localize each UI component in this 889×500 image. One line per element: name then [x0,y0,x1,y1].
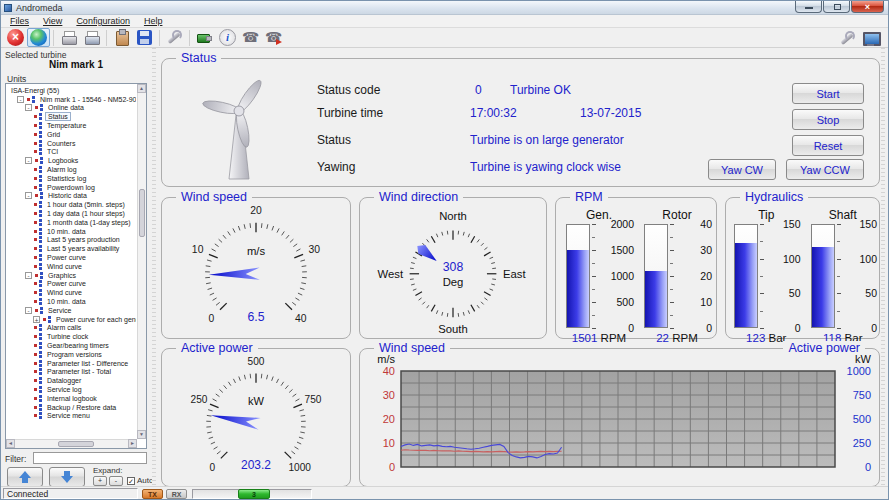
scroll-right-icon[interactable]: ► [128,439,137,448]
tree-item[interactable]: -Historic data [7,192,136,201]
navigate-down-button[interactable] [49,467,85,487]
phone-button[interactable] [239,28,262,47]
wind-speed-panel: Wind speed 010203040m/s6.5 [161,197,351,339]
tree-item[interactable]: Power curve [7,253,136,262]
remote-desktop-button[interactable] [859,29,882,48]
tx-indicator: TX [142,489,163,499]
tree-item[interactable]: Service menu [7,411,136,420]
tree-item[interactable]: Counters [7,139,136,148]
menu-configuration[interactable]: Configuration [69,16,137,26]
tree-item[interactable]: -Online data [7,104,136,113]
tree-item[interactable]: -Service [7,306,136,315]
tree-item[interactable]: 10 min. data [7,297,136,306]
tree-item[interactable]: 1 hour data (5min. steps) [7,200,136,209]
info-button[interactable] [216,28,239,47]
tree-item[interactable]: Parameter list - Difference [7,359,136,368]
collapse-icon[interactable]: - [25,272,32,279]
collapse-icon[interactable]: - [25,307,32,314]
save-button[interactable] [133,28,156,47]
collapse-icon[interactable]: - [25,104,32,111]
svg-text:6.5: 6.5 [247,310,264,324]
menu-files[interactable]: Files [3,16,36,26]
node-icon [34,397,37,400]
start-button[interactable]: Start [792,83,864,104]
tree-item[interactable]: Last 5 years production [7,236,136,245]
tree-vertical-scrollbar[interactable]: ▲ ▼ [137,84,146,439]
tree-item[interactable]: Gear/bearing timers [7,341,136,350]
tree-item[interactable]: Last 5 years availability [7,244,136,253]
tree-item[interactable]: Internal logbook [7,394,136,403]
scroll-up-icon[interactable]: ▲ [137,84,146,93]
yaw-ccw-button[interactable]: Yaw CCW [786,159,864,180]
navigate-up-button[interactable] [7,467,43,487]
minimize-icon [805,7,813,9]
yaw-cw-button[interactable]: Yaw CW [708,159,776,180]
print-preview-button[interactable] [80,28,103,47]
collapse-icon[interactable]: - [17,96,24,103]
minor-tick-mark [592,237,595,238]
tree-item[interactable]: Parameter list - Total [7,368,136,377]
tree-item[interactable]: Wind curve [7,288,136,297]
auto-expand-checkbox[interactable]: ✓ Auto [127,476,153,485]
minimize-button[interactable] [795,1,822,13]
tree-item[interactable]: Statistics log [7,174,136,183]
scroll-left-icon[interactable]: ◄ [6,439,15,448]
wrench-button[interactable] [836,29,859,48]
wind-speed-gauge: 010203040m/s6.5 [164,204,348,336]
close-button[interactable]: × [851,1,884,13]
tree-item[interactable]: Backup / Restore data [7,403,136,412]
filter-input[interactable] [33,452,147,464]
phone-log-button[interactable] [262,28,285,47]
tree-item[interactable]: -Graphics [7,271,136,280]
tree-item[interactable]: 10 min. data [7,227,136,236]
tree-item[interactable]: Temperature [7,121,136,130]
clipboard-button[interactable] [110,28,133,47]
collapse-icon[interactable]: - [25,192,32,199]
node-icon [34,142,37,145]
tree-item[interactable]: Turbine clock [7,332,136,341]
menu-view[interactable]: View [36,16,69,26]
wrench-button[interactable] [163,28,186,47]
scroll-down-icon[interactable]: ▼ [137,430,146,439]
reset-button[interactable]: Reset [792,135,864,156]
tree-item[interactable]: Status [7,112,136,121]
connect-button[interactable] [27,28,50,47]
expand-all-button[interactable]: + [93,476,107,486]
tree-item[interactable]: Alarm calls [7,324,136,333]
svg-text:203.2: 203.2 [241,458,271,472]
stop-button[interactable]: Stop [792,109,864,130]
collapse-icon[interactable]: - [25,157,32,164]
minor-tick-mark [837,311,840,312]
tree-item[interactable]: -Nim mark 1 - 15546 - NM52-900 TCI-I [7,95,136,104]
tree-item[interactable]: +Power curve for each generator [7,315,136,324]
svg-text:m/s: m/s [247,245,266,257]
tree-item[interactable]: 1 day data (1 hour steps) [7,209,136,218]
disconnect-button[interactable] [4,28,27,47]
splitter[interactable] [152,48,156,486]
tree-item[interactable]: Service log [7,385,136,394]
dongle-button[interactable] [193,28,216,47]
menu-help[interactable]: Help [137,16,170,26]
meter-bar [644,224,668,328]
status-row-value: 0 [475,83,482,97]
maximize-button[interactable] [823,1,850,13]
tree-item[interactable]: Powerdown log [7,183,136,192]
tree-item[interactable]: Power curve [7,280,136,289]
scroll-thumb[interactable] [139,189,145,237]
tree-item[interactable]: Program versions [7,350,136,359]
tree-item[interactable]: -Logbooks [7,156,136,165]
tree-item-label: 10 min. data [45,228,88,235]
expand-icon[interactable]: + [33,316,40,323]
tree-item[interactable]: Grid [7,130,136,139]
print-button[interactable] [57,28,80,47]
tree-horizontal-scrollbar[interactable]: ◄ ► [6,439,137,448]
collapse-all-button[interactable]: - [109,476,123,486]
tree-item[interactable]: Wind curve [7,262,136,271]
tree-item[interactable]: 1 month data (1-day steps) [7,218,136,227]
tree-item[interactable]: Alarm log [7,165,136,174]
checkbox-icon[interactable]: ✓ [127,477,135,485]
tree-item[interactable]: TCI [7,148,136,157]
tree-item[interactable]: ISA-Energi (55) [7,86,136,95]
tree-item[interactable]: Datalogger [7,376,136,385]
scroll-thumb[interactable] [58,441,94,447]
